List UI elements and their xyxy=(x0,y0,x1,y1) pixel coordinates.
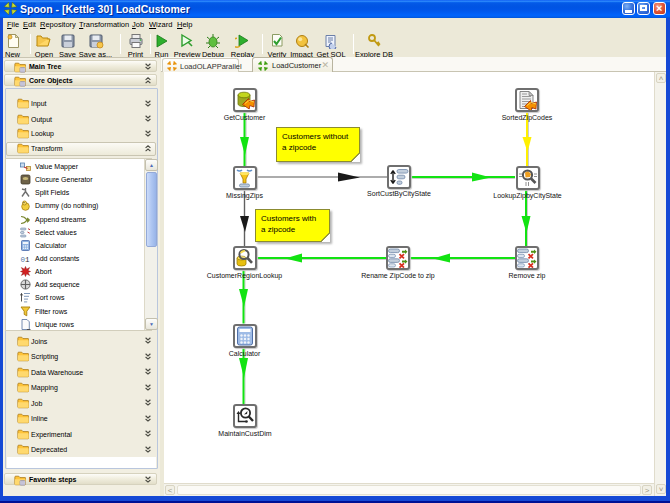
svg-text:1: 1 xyxy=(25,256,30,264)
